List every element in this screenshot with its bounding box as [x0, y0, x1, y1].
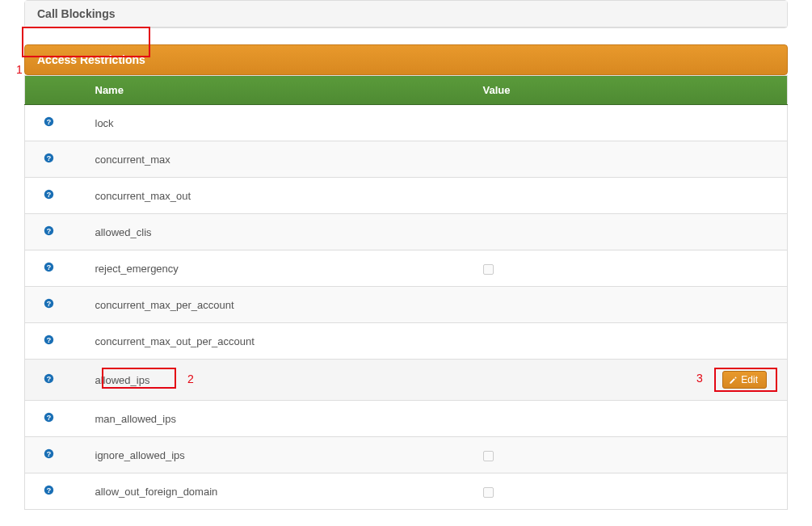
help-cell: ?: [25, 141, 86, 178]
table-row[interactable]: ?man_allowed_ips: [25, 401, 788, 437]
help-icon[interactable]: ?: [43, 298, 54, 309]
help-cell: ?: [25, 178, 86, 214]
help-icon[interactable]: ?: [43, 153, 54, 164]
edit-button[interactable]: Edit: [722, 371, 767, 389]
name-cell: allow_out_foreign_domain: [86, 473, 473, 510]
name-cell: reject_emergency: [86, 250, 473, 287]
checkbox-indicator: [483, 451, 494, 461]
table-row[interactable]: ?lock: [25, 105, 788, 141]
table-header-row: Name Value: [25, 76, 788, 105]
svg-text:?: ?: [46, 414, 50, 422]
name-cell: allowed_clis: [86, 214, 473, 250]
col-name-header: Name: [86, 76, 473, 105]
table-row[interactable]: ?concurrent_max_per_account: [25, 287, 788, 323]
svg-text:?: ?: [46, 300, 50, 308]
svg-text:?: ?: [46, 336, 50, 344]
row-name: lock: [95, 117, 114, 129]
name-cell: concurrent_max: [86, 141, 473, 178]
help-icon[interactable]: ?: [43, 189, 54, 200]
table-row[interactable]: ?allowed_clis: [25, 214, 788, 250]
value-cell: [473, 105, 578, 141]
table-row[interactable]: ?allowed_ipsEdit: [25, 360, 788, 401]
svg-text:?: ?: [46, 191, 50, 199]
actions-cell: [578, 473, 788, 510]
table-row[interactable]: ?allow_out_foreign_domain: [25, 473, 788, 510]
row-name: ignore_allowed_ips: [95, 449, 185, 461]
access-restrictions-title: Access Restrictions: [37, 53, 145, 66]
actions-cell: [578, 250, 788, 287]
call-blockings-title: Call Blockings: [37, 7, 115, 20]
edit-button-label: Edit: [741, 374, 758, 385]
row-name: concurrent_max: [95, 154, 170, 166]
name-cell: concurrent_max_out: [86, 178, 473, 214]
table-row[interactable]: ?ignore_allowed_ips: [25, 437, 788, 473]
name-cell: concurrent_max_out_per_account: [86, 323, 473, 360]
svg-text:?: ?: [46, 154, 50, 162]
row-name: allowed_ips: [95, 374, 150, 386]
access-restrictions-table-container: Name Value ?lock?concurrent_max?concurre…: [24, 75, 788, 510]
row-name: man_allowed_ips: [95, 413, 176, 425]
svg-text:?: ?: [46, 227, 50, 235]
value-cell: [473, 250, 578, 287]
help-icon[interactable]: ?: [43, 373, 54, 385]
row-name: allow_out_foreign_domain: [95, 486, 218, 498]
actions-cell: [578, 214, 788, 250]
help-cell: ?: [25, 473, 86, 510]
table-row[interactable]: ?concurrent_max_out_per_account: [25, 323, 788, 360]
col-help-header: [25, 76, 86, 105]
name-cell: man_allowed_ips: [86, 401, 473, 437]
help-cell: ?: [25, 105, 86, 141]
name-cell: concurrent_max_per_account: [86, 287, 473, 323]
row-name: allowed_clis: [95, 226, 152, 238]
col-name-label: Name: [95, 84, 124, 96]
actions-cell: [578, 105, 788, 141]
col-actions-header: [578, 76, 788, 105]
access-restrictions-bar[interactable]: Access Restrictions: [24, 44, 788, 75]
value-cell: [473, 401, 578, 437]
col-value-header: Value: [473, 76, 578, 105]
value-cell: [473, 360, 578, 401]
svg-text:?: ?: [46, 375, 50, 383]
row-name: concurrent_max_per_account: [95, 299, 234, 311]
row-name: concurrent_max_out: [95, 190, 191, 202]
actions-cell: Edit: [578, 360, 788, 401]
row-name: concurrent_max_out_per_account: [95, 335, 255, 347]
name-cell: lock: [86, 105, 473, 141]
help-icon[interactable]: ?: [43, 262, 54, 273]
svg-text:?: ?: [46, 486, 50, 494]
help-cell: ?: [25, 250, 86, 287]
actions-cell: [578, 287, 788, 323]
edit-icon: [729, 376, 738, 385]
value-cell: [473, 287, 578, 323]
help-icon[interactable]: ?: [43, 412, 54, 423]
actions-cell: [578, 401, 788, 437]
help-cell: ?: [25, 214, 86, 250]
table-row[interactable]: ?reject_emergency: [25, 250, 788, 287]
svg-text:?: ?: [46, 118, 50, 126]
value-cell: [473, 141, 578, 178]
help-icon[interactable]: ?: [43, 448, 54, 460]
help-icon[interactable]: ?: [43, 335, 54, 346]
actions-cell: [578, 141, 788, 178]
checkbox-indicator: [483, 487, 494, 498]
table-row[interactable]: ?concurrent_max: [25, 141, 788, 178]
annotation-num-1: 1: [16, 63, 23, 76]
actions-cell: [578, 437, 788, 473]
value-cell: [473, 214, 578, 250]
row-name: reject_emergency: [95, 263, 179, 275]
checkbox-indicator: [483, 264, 494, 275]
help-cell: ?: [25, 401, 86, 437]
value-cell: [473, 178, 578, 214]
help-icon[interactable]: ?: [43, 225, 54, 237]
value-cell: [473, 323, 578, 360]
help-icon[interactable]: ?: [43, 485, 54, 496]
help-cell: ?: [25, 323, 86, 360]
call-blockings-heading: Call Blockings: [25, 1, 787, 27]
help-cell: ?: [25, 437, 86, 473]
col-value-label: Value: [483, 84, 511, 96]
value-cell: [473, 437, 578, 473]
svg-text:?: ?: [46, 450, 50, 458]
actions-cell: [578, 323, 788, 360]
help-icon[interactable]: ?: [43, 116, 54, 128]
table-row[interactable]: ?concurrent_max_out: [25, 178, 788, 214]
